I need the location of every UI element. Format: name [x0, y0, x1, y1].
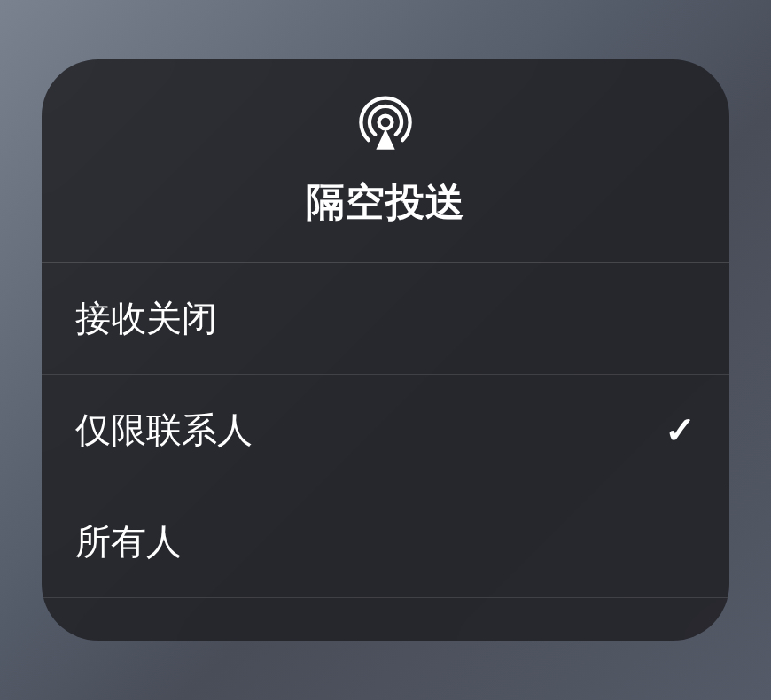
option-label: 接收关闭 [75, 294, 217, 343]
airdrop-icon [355, 93, 416, 153]
option-receiving-off[interactable]: 接收关闭 ✓ [42, 263, 729, 375]
option-label: 仅限联系人 [75, 406, 253, 455]
svg-point-0 [379, 116, 393, 129]
panel-header: 隔空投送 [42, 59, 729, 263]
checkmark-icon: ✓ [665, 408, 696, 452]
airdrop-settings-panel: 隔空投送 接收关闭 ✓ 仅限联系人 ✓ 所有人 ✓ [42, 59, 729, 641]
option-label: 所有人 [75, 517, 182, 566]
option-contacts-only[interactable]: 仅限联系人 ✓ [42, 375, 729, 486]
options-list: 接收关闭 ✓ 仅限联系人 ✓ 所有人 ✓ [42, 263, 729, 641]
option-everyone[interactable]: 所有人 ✓ [42, 486, 729, 598]
panel-title: 隔空投送 [306, 176, 465, 229]
